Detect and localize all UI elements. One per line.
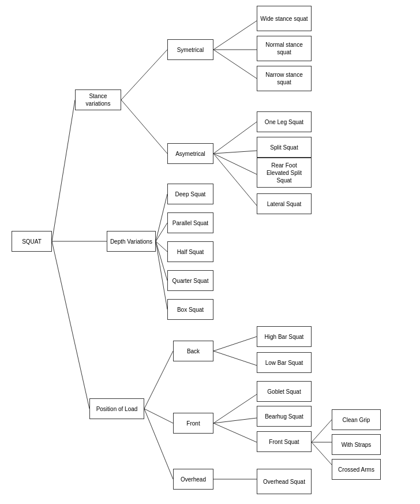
- asymetrical-node: Asymetrical: [167, 143, 213, 164]
- svg-line-3: [121, 50, 167, 100]
- back-node: Back: [173, 341, 213, 361]
- svg-line-8: [213, 122, 257, 154]
- svg-line-16: [156, 241, 167, 309]
- with-straps-node: With Straps: [332, 434, 381, 455]
- symetrical-node: Symetrical: [167, 39, 213, 60]
- low-bar-node: Low Bar Squat: [257, 352, 312, 373]
- wide-stance-node: Wide stance squat: [257, 6, 312, 31]
- depth-variations-node: Depth Variations: [107, 231, 156, 252]
- half-squat-node: Half Squat: [167, 241, 213, 262]
- svg-line-18: [144, 409, 173, 423]
- svg-line-17: [144, 351, 173, 409]
- parallel-squat-node: Parallel Squat: [167, 212, 213, 233]
- split-squat-node: Split Squat: [257, 137, 312, 158]
- narrow-stance-node: Narrow stance squat: [257, 66, 312, 91]
- svg-line-24: [213, 423, 257, 442]
- rear-foot-node: Rear Foot Elevated Split Squat: [257, 158, 312, 188]
- svg-line-13: [156, 223, 167, 241]
- svg-line-20: [213, 337, 257, 351]
- bearhug-node: Bearhug Squat: [257, 406, 312, 427]
- high-bar-node: High Bar Squat: [257, 326, 312, 347]
- svg-line-28: [312, 442, 332, 465]
- stance-variations-node: Stance variations: [75, 89, 121, 110]
- svg-line-9: [213, 151, 257, 154]
- front-node: Front: [173, 413, 213, 434]
- svg-line-2: [52, 241, 89, 409]
- squat-node: SQUAT: [12, 231, 52, 252]
- lateral-squat-node: Lateral Squat: [257, 193, 312, 214]
- svg-line-0: [52, 100, 75, 241]
- crossed-arms-node: Crossed Arms: [332, 459, 381, 480]
- goblet-node: Goblet Squat: [257, 381, 312, 402]
- svg-line-5: [213, 21, 257, 50]
- normal-stance-node: Normal stance squat: [257, 36, 312, 61]
- box-squat-node: Box Squat: [167, 299, 213, 320]
- svg-line-11: [213, 154, 257, 206]
- svg-line-10: [213, 154, 257, 174]
- overhead-node: Overhead: [173, 469, 213, 490]
- overhead-squat-node: Overhead Squat: [257, 469, 312, 494]
- svg-line-7: [213, 50, 257, 79]
- quarter-squat-node: Quarter Squat: [167, 270, 213, 291]
- svg-line-12: [156, 194, 167, 241]
- svg-line-26: [312, 420, 332, 442]
- svg-line-23: [213, 418, 257, 423]
- one-leg-node: One Leg Squat: [257, 111, 312, 132]
- deep-squat-node: Deep Squat: [167, 184, 213, 204]
- svg-line-22: [213, 394, 257, 423]
- clean-grip-node: Clean Grip: [332, 409, 381, 430]
- position-of-load-node: Position of Load: [89, 398, 144, 419]
- svg-line-14: [156, 241, 167, 252]
- front-squat-node: Front Squat: [257, 431, 312, 452]
- svg-line-21: [213, 351, 257, 365]
- svg-line-15: [156, 241, 167, 281]
- svg-line-19: [144, 409, 173, 479]
- svg-line-4: [121, 100, 167, 154]
- diagram: SQUAT Stance variations Depth Variations…: [0, 0, 420, 504]
